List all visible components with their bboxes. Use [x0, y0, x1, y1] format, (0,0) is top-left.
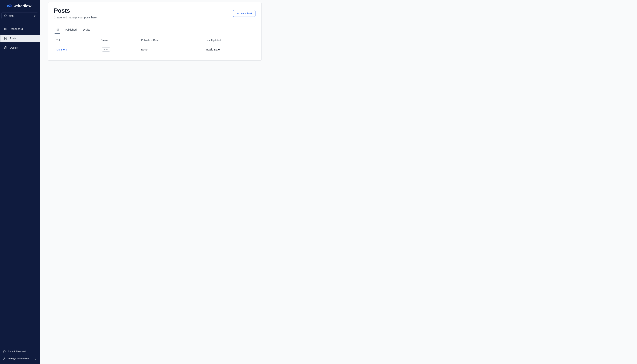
palette-icon [4, 46, 7, 49]
post-title-link[interactable]: My Story [57, 48, 67, 51]
sidebar-nav: Dashboard Posts Design [0, 22, 40, 53]
main-content: Posts Create and manage your posts here.… [40, 0, 637, 364]
tab-all[interactable]: All [55, 27, 60, 34]
new-post-button[interactable]: New Post [233, 10, 255, 17]
sidebar-item-label: Posts [10, 37, 17, 40]
sidebar-item-posts[interactable]: Posts [0, 35, 40, 42]
table-row: My Story draft None Invalid Date [54, 44, 255, 55]
published-date: None [138, 44, 203, 55]
sidebar-item-design[interactable]: Design [0, 44, 40, 52]
submit-feedback-link[interactable]: Submit Feedback [0, 348, 40, 354]
svg-rect-1 [5, 28, 5, 29]
chevrons-updown-icon [35, 357, 37, 360]
svg-rect-4 [6, 29, 7, 30]
chevrons-updown-icon [34, 14, 36, 17]
sidebar-item-dashboard[interactable]: Dashboard [0, 25, 40, 33]
sidebar-footer: Submit Feedback seth@writerflow.co [0, 347, 40, 364]
svg-point-7 [5, 47, 5, 48]
svg-rect-3 [5, 29, 5, 30]
sidebar-item-label: Dashboard [10, 28, 23, 30]
grid-icon [4, 27, 7, 30]
tab-drafts[interactable]: Drafts [82, 27, 91, 34]
posts-table: Title Status Published Date Last Updated… [54, 36, 255, 54]
svg-rect-2 [6, 28, 7, 29]
layers-icon [4, 14, 7, 17]
page-subtitle: Create and manage your posts here. [54, 16, 97, 19]
sidebar-item-label: Design [10, 46, 18, 49]
plus-icon [237, 12, 239, 15]
feedback-label: Submit Feedback [8, 350, 27, 353]
org-selector[interactable]: seth [2, 12, 38, 19]
brand-name: writerflow [14, 4, 31, 8]
posts-card: Posts Create and manage your posts here.… [48, 2, 262, 60]
document-icon [4, 37, 7, 40]
updated-date: Invalid Date [203, 44, 255, 55]
tab-published[interactable]: Published [64, 27, 78, 34]
org-name: seth [9, 14, 14, 17]
svg-point-10 [4, 358, 5, 359]
sidebar: writerflow seth [0, 0, 40, 364]
col-status: Status [98, 36, 139, 44]
logo-mark-icon [7, 4, 12, 8]
new-post-label: New Post [241, 12, 252, 15]
page-title: Posts [54, 7, 97, 14]
tabs: All Published Drafts [54, 27, 255, 34]
col-title: Title [54, 36, 98, 44]
user-icon [3, 357, 6, 360]
user-email: seth@writerflow.co [8, 357, 29, 360]
svg-point-8 [5, 47, 6, 47]
col-published: Published Date [138, 36, 203, 44]
chat-icon [3, 350, 6, 353]
user-menu[interactable]: seth@writerflow.co [0, 354, 40, 362]
col-updated: Last Updated [203, 36, 255, 44]
status-badge: draft [101, 47, 111, 52]
page-header: Posts Create and manage your posts here.… [54, 7, 255, 19]
brand-logo: writerflow [0, 0, 40, 11]
svg-marker-0 [4, 14, 7, 16]
